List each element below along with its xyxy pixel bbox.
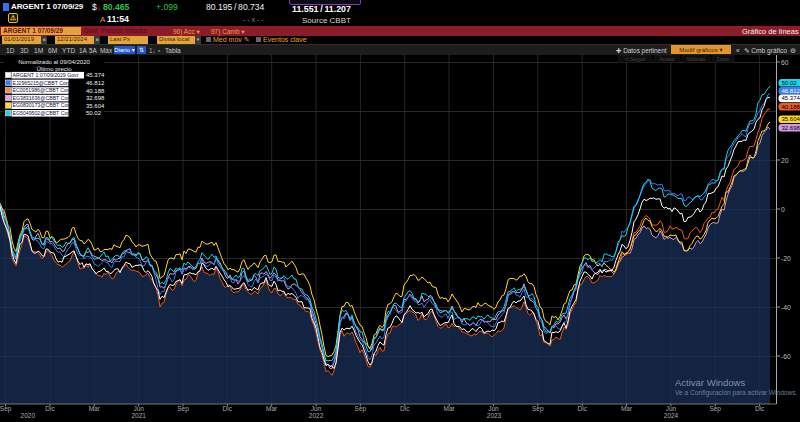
svg-text:ARGENT 1 07/09/2029 Govt: ARGENT 1 07/09/2029 Govt <box>13 72 79 78</box>
svg-text:2020: 2020 <box>21 412 36 419</box>
svg-text:45.374: 45.374 <box>86 72 105 78</box>
svg-text:32.698: 32.698 <box>86 95 105 101</box>
svg-text:2022: 2022 <box>309 412 324 419</box>
svg-text:-60: -60 <box>781 353 791 360</box>
svg-text:EG0830173@CBBT Corp: EG0830173@CBBT Corp <box>13 102 72 108</box>
svg-text:60: 60 <box>781 59 789 66</box>
svg-text:20: 20 <box>781 157 789 164</box>
svg-text:32.698: 32.698 <box>782 125 800 131</box>
svg-text:46.812: 46.812 <box>782 88 800 94</box>
svg-text:-20: -20 <box>781 255 791 262</box>
svg-text:50.02: 50.02 <box>782 80 798 86</box>
svg-text:EG3831636@CBBT Corp: EG3831636@CBBT Corp <box>13 95 72 101</box>
svg-text:46.812: 46.812 <box>86 80 105 86</box>
svg-text:Anotar: Anotar <box>659 56 675 62</box>
svg-text:EC0051986@CBBT Corp: EC0051986@CBBT Corp <box>13 87 72 93</box>
svg-text:EG5049502@CBBT Corp: EG5049502@CBBT Corp <box>13 110 72 116</box>
svg-text:-40: -40 <box>781 304 791 311</box>
svg-text:45.374: 45.374 <box>782 95 800 101</box>
svg-text:Zoom: Zoom <box>716 56 730 62</box>
svg-text:50.02: 50.02 <box>86 110 102 116</box>
svg-text:2023: 2023 <box>487 412 502 419</box>
svg-text:EJ2965215@CBBT Corp: EJ2965215@CBBT Corp <box>13 80 71 86</box>
svg-text:Ve a Configuración para activa: Ve a Configuración para activar Windows. <box>675 389 798 397</box>
svg-text:⟲ Seguir: ⟲ Seguir <box>624 56 645 62</box>
svg-text:0: 0 <box>781 206 785 213</box>
svg-text:Activar Windows: Activar Windows <box>675 377 745 388</box>
svg-text:35.604: 35.604 <box>782 116 800 122</box>
svg-text:2021: 2021 <box>131 412 146 419</box>
svg-text:40.188: 40.188 <box>782 104 800 110</box>
svg-text:40.188: 40.188 <box>86 88 105 94</box>
svg-text:Normalizado al 09/04/2020: Normalizado al 09/04/2020 <box>18 59 90 65</box>
svg-text:2024: 2024 <box>664 412 679 419</box>
svg-text:35.604: 35.604 <box>86 103 105 109</box>
svg-text:Noticias: Noticias <box>687 56 706 62</box>
